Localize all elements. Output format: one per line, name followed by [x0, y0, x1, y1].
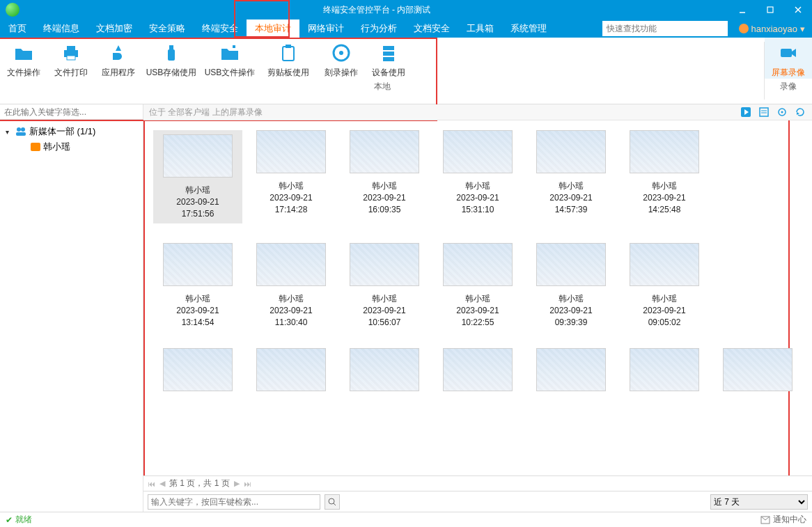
tree-group-label: 新媒体一部 (1/1)	[29, 125, 95, 138]
tool-app[interactable]: 应用程序	[95, 38, 142, 79]
svg-point-20	[21, 127, 25, 132]
thumbnail	[630, 243, 699, 286]
app-icon	[107, 42, 130, 64]
pager-prev[interactable]: ◀	[159, 479, 165, 488]
thumbnail	[350, 348, 419, 391]
pager-last[interactable]: ⏭	[244, 480, 251, 488]
tool-printer[interactable]: 文件打印	[47, 38, 95, 79]
play-icon[interactable]	[740, 106, 752, 118]
app-icon	[6, 3, 19, 17]
printer-icon	[60, 42, 82, 64]
recording-card[interactable]: 韩小瑶2023-09-2109:05:02	[620, 243, 709, 328]
recording-card[interactable]	[620, 348, 709, 391]
refresh-icon[interactable]	[794, 106, 806, 118]
tool-screen-record[interactable]: 屏幕录像	[765, 38, 812, 79]
thumbnail	[256, 130, 326, 173]
tool-label: 屏幕录像	[772, 67, 805, 79]
recording-card[interactable]: 韩小瑶2023-09-2117:14:28	[247, 130, 336, 223]
recording-card[interactable]: 韩小瑶2023-09-2117:51:56	[153, 130, 242, 223]
recording-card[interactable]: 韩小瑶2023-09-2109:39:39	[526, 243, 616, 328]
window-title: 终端安全管控平台 - 内部测试	[25, 4, 728, 16]
recording-card[interactable]	[340, 348, 429, 391]
menu-2[interactable]: 文档加密	[88, 19, 141, 38]
status-text: 就绪	[15, 514, 32, 526]
tool-clipboard[interactable]: 剪贴板使用	[259, 38, 318, 79]
tool-usb-folder[interactable]: USB文件操作	[201, 38, 259, 79]
svg-rect-24	[760, 108, 768, 116]
tool-server[interactable]: 设备使用	[365, 38, 412, 79]
pager-next[interactable]: ▶	[234, 479, 240, 488]
thumbnail	[350, 130, 419, 173]
svg-rect-1	[767, 7, 773, 13]
search-button[interactable]	[325, 494, 340, 510]
user-menu[interactable]: hanxiaoyao ▾	[732, 19, 813, 38]
menu-4[interactable]: 终端安全	[194, 19, 247, 38]
tree-client[interactable]: 韩小瑶	[3, 139, 140, 155]
thumbnail	[536, 348, 606, 391]
recording-card[interactable]: 韩小瑶2023-09-2110:56:07	[340, 243, 429, 328]
thumbnail	[443, 348, 513, 391]
svg-rect-16	[383, 57, 394, 61]
svg-marker-29	[797, 112, 799, 115]
menu-0[interactable]: 首页	[0, 19, 35, 38]
svg-point-19	[17, 127, 21, 132]
menu-3[interactable]: 安全策略	[141, 19, 194, 38]
tool-folder[interactable]: 文件操作	[0, 38, 47, 79]
tool-usb[interactable]: USB存储使用	[142, 38, 201, 79]
recording-card[interactable]: 韩小瑶2023-09-2114:25:48	[620, 130, 709, 223]
recording-card[interactable]	[247, 348, 336, 391]
recording-card[interactable]	[526, 348, 616, 391]
keyword-input[interactable]	[148, 494, 320, 510]
close-button[interactable]	[784, 0, 812, 19]
tool-disc[interactable]: 刻录操作	[318, 38, 365, 79]
menu-6[interactable]: 网络审计	[299, 19, 352, 38]
tree-filter-input[interactable]	[0, 104, 143, 120]
tree-group[interactable]: ▾ 新媒体一部 (1/1)	[3, 124, 140, 139]
menu-1[interactable]: 终端信息	[35, 19, 88, 38]
recording-card[interactable]: 韩小瑶2023-09-2111:30:40	[247, 243, 336, 328]
minimize-button[interactable]	[728, 0, 756, 19]
svg-point-13	[339, 51, 343, 55]
menu-8[interactable]: 文档安全	[405, 19, 458, 38]
svg-rect-9	[233, 45, 235, 48]
recording-card[interactable]	[433, 348, 522, 391]
group-icon	[15, 127, 26, 136]
notification-center[interactable]: 通知中心	[760, 514, 806, 526]
usb-icon	[160, 42, 182, 64]
recording-card[interactable]	[713, 348, 802, 391]
camera-icon	[777, 42, 799, 64]
maximize-button[interactable]	[756, 0, 784, 19]
svg-marker-18	[792, 49, 796, 57]
folder-icon	[13, 42, 35, 64]
check-icon: ✔	[6, 515, 13, 525]
menu-5[interactable]: 本地审计	[247, 19, 299, 38]
ribbon-group-record: 录像	[765, 79, 812, 95]
date-range-select[interactable]: 近 7 天	[710, 494, 808, 510]
recording-card[interactable]: 韩小瑶2023-09-2115:31:10	[433, 130, 522, 223]
svg-rect-21	[16, 132, 26, 136]
search-input[interactable]	[602, 21, 728, 36]
pager-first[interactable]: ⏮	[148, 480, 155, 488]
svg-line-31	[334, 503, 336, 505]
menu-7[interactable]: 行为分析	[352, 19, 405, 38]
svg-rect-10	[283, 47, 294, 61]
monitor-icon	[31, 143, 40, 151]
list-icon[interactable]	[758, 106, 770, 118]
recording-card[interactable]: 韩小瑶2023-09-2114:57:39	[526, 130, 616, 223]
recording-card[interactable]	[153, 348, 242, 391]
menu-10[interactable]: 系统管理	[502, 19, 555, 38]
svg-rect-17	[781, 49, 792, 57]
svg-point-28	[781, 111, 783, 113]
menu-9[interactable]: 工具箱	[458, 19, 502, 38]
settings-icon[interactable]	[776, 106, 788, 118]
svg-rect-8	[168, 49, 175, 61]
thumbnail	[443, 243, 513, 286]
recording-card[interactable]: 韩小瑶2023-09-2110:22:55	[433, 243, 522, 328]
thumbnail	[443, 130, 513, 173]
tree-client-label: 韩小瑶	[43, 141, 70, 153]
recording-card[interactable]: 韩小瑶2023-09-2116:09:35	[340, 130, 429, 223]
recording-card[interactable]: 韩小瑶2023-09-2113:14:54	[153, 243, 242, 328]
clipboard-icon	[277, 42, 299, 64]
menubar: 首页终端信息文档加密安全策略终端安全本地审计网络审计行为分析文档安全工具箱系统管…	[0, 19, 812, 38]
svg-rect-11	[286, 45, 291, 48]
